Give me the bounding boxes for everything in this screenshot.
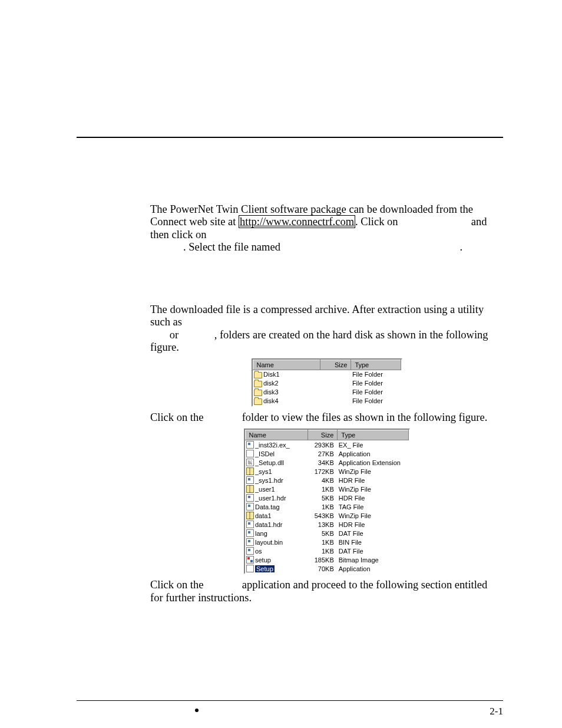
- text: . Select the file named: [183, 241, 283, 253]
- paragraph-click-folder: Click on the folder to view the files as…: [150, 411, 503, 424]
- file-name: _ISDel: [255, 450, 275, 457]
- file-type: File Folder: [351, 397, 401, 406]
- list-item[interactable]: disk2File Folder: [253, 379, 401, 388]
- dll-icon: [246, 459, 254, 466]
- file-name: setup: [255, 556, 271, 564]
- text: , folders are created on the hard disk a…: [150, 329, 488, 353]
- file-name: _user1: [255, 486, 275, 493]
- file-type: DAT File: [338, 546, 408, 555]
- file-size: 185KB: [308, 555, 338, 564]
- paragraph-extract: The downloaded file is a compressed arch…: [150, 304, 503, 354]
- file-size: 4KB: [308, 476, 338, 485]
- list-item[interactable]: layout.bin1KBBIN File: [245, 538, 408, 546]
- list-item[interactable]: data1.hdr13KBHDR File: [245, 520, 408, 529]
- file-type: WinZip File: [338, 511, 408, 520]
- list-item[interactable]: _ISDel27KBApplication: [245, 449, 408, 458]
- file-name: Data.tag: [255, 503, 280, 510]
- gen-icon: [246, 441, 254, 449]
- folder-list-figure: Name Size Type Disk1File Folderdisk2File…: [252, 358, 402, 407]
- text: or: [167, 329, 181, 341]
- column-header-name[interactable]: Name: [245, 430, 308, 440]
- list-item[interactable]: setup185KBBitmap Image: [245, 555, 408, 564]
- file-type: WinZip File: [338, 467, 408, 476]
- file-size: [320, 388, 351, 397]
- list-item[interactable]: _sys1172KBWinZip File: [245, 467, 408, 476]
- file-size: 70KB: [308, 564, 338, 573]
- text: . Click on: [355, 216, 401, 228]
- paragraph-click-setup: Click on the application and proceed to …: [150, 579, 503, 604]
- file-size: 13KB: [308, 520, 338, 529]
- list-item[interactable]: disk3File Folder: [253, 388, 401, 397]
- folder-list-table: Name Size Type Disk1File Folderdisk2File…: [253, 360, 401, 406]
- file-size: 1KB: [308, 546, 338, 555]
- bottom-rule: [77, 700, 503, 701]
- file-name: layout.bin: [255, 539, 283, 546]
- gen-icon: [246, 529, 254, 537]
- list-item[interactable]: _Setup.dll34KBApplication Extension: [245, 458, 408, 467]
- file-name: _inst32i.ex_: [255, 442, 290, 449]
- file-type: Application Extension: [338, 458, 408, 467]
- list-item[interactable]: Data.tag1KBTAG File: [245, 502, 408, 511]
- file-size: 1KB: [308, 538, 338, 546]
- text: application and proceed to the following…: [239, 579, 487, 591]
- file-name: disk3: [263, 388, 279, 396]
- zip-icon: [246, 512, 254, 519]
- file-size: [320, 370, 351, 380]
- list-item[interactable]: data1543KBWinZip File: [245, 511, 408, 520]
- file-name: _sys1.hdr: [255, 477, 283, 484]
- column-header-type[interactable]: Type: [351, 360, 401, 370]
- column-header-size[interactable]: Size: [320, 360, 351, 370]
- file-size: 34KB: [308, 458, 338, 467]
- text: Click on the: [150, 579, 206, 591]
- column-header-type[interactable]: Type: [338, 430, 408, 440]
- app-icon: [246, 565, 254, 572]
- file-name: disk4: [263, 397, 279, 404]
- gen-icon: [246, 494, 254, 502]
- file-size: [320, 379, 351, 388]
- gen-icon: [246, 538, 254, 546]
- text: folder to view the files as shown in the…: [239, 411, 487, 423]
- gen-icon: [246, 476, 254, 484]
- app-icon: [246, 450, 254, 457]
- file-type: EX_ File: [338, 440, 408, 450]
- list-item[interactable]: _user11KBWinZip File: [245, 485, 408, 493]
- text: Click on the: [150, 411, 206, 423]
- file-name: data1.hdr: [255, 521, 282, 528]
- file-type: DAT File: [338, 529, 408, 538]
- file-type: HDR File: [338, 476, 408, 485]
- file-type: BIN File: [338, 538, 408, 546]
- paragraph-download: The PowerNet Twin Client software packag…: [150, 203, 503, 253]
- column-header-size[interactable]: Size: [308, 430, 338, 440]
- file-type: File Folder: [351, 370, 401, 380]
- file-size: 543KB: [308, 511, 338, 520]
- footer-bullet-icon: [195, 709, 199, 712]
- list-item[interactable]: disk4File Folder: [253, 397, 401, 406]
- file-size: 5KB: [308, 493, 338, 502]
- page-number: 2-1: [490, 706, 503, 717]
- folder-icon: [254, 372, 262, 378]
- file-type: WinZip File: [338, 485, 408, 493]
- list-item[interactable]: lang5KBDAT File: [245, 529, 408, 538]
- list-item[interactable]: _inst32i.ex_293KBEX_ File: [245, 440, 408, 450]
- file-type: Application: [338, 449, 408, 458]
- list-item[interactable]: Setup70KBApplication: [245, 564, 408, 573]
- zip-icon: [246, 485, 254, 493]
- list-item[interactable]: _user1.hdr5KBHDR File: [245, 493, 408, 502]
- file-name: os: [255, 548, 262, 555]
- file-name: disk2: [263, 380, 279, 387]
- column-header-name[interactable]: Name: [253, 360, 320, 370]
- list-item[interactable]: _sys1.hdr4KBHDR File: [245, 476, 408, 485]
- gen-icon: [246, 503, 254, 510]
- download-link[interactable]: http://www.connectrf.com: [239, 215, 355, 228]
- file-type: File Folder: [351, 388, 401, 397]
- file-list-figure: Name Size Type _inst32i.ex_293KBEX_ File…: [244, 429, 410, 574]
- gen-icon: [246, 547, 254, 555]
- file-size: 172KB: [308, 467, 338, 476]
- list-item[interactable]: Disk1File Folder: [253, 370, 401, 380]
- file-type: TAG File: [338, 502, 408, 511]
- file-name: _user1.hdr: [255, 495, 286, 502]
- folder-icon: [254, 381, 262, 387]
- file-type: HDR File: [338, 520, 408, 529]
- list-item[interactable]: os1KBDAT File: [245, 546, 408, 555]
- file-size: 5KB: [308, 529, 338, 538]
